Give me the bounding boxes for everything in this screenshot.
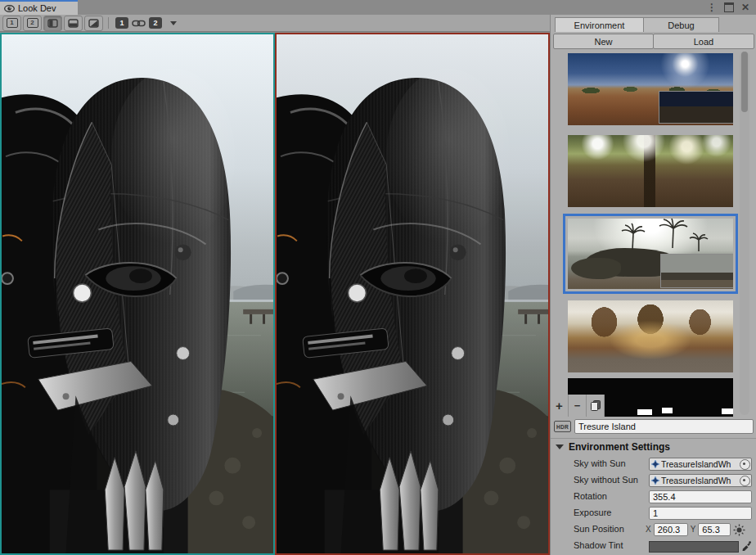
window-controls: ⋮ ✕ (707, 0, 749, 15)
row-shadow-tint: Shadow Tint (551, 539, 756, 553)
camera-dropdown-icon[interactable] (170, 21, 177, 25)
hdri-thumbnail-treasure-island-selected[interactable] (568, 219, 733, 289)
lookdev-window: Look Dev ⋮ ✕ 1 2 (0, 0, 756, 555)
toolbar-separator (108, 17, 109, 29)
hdri-inset-preview (660, 254, 733, 288)
foldout-arrow-icon (556, 444, 564, 449)
single-view-1-button[interactable]: 1 (2, 16, 21, 31)
hdri-thumbnail-church[interactable] (568, 300, 733, 372)
cubemap-icon (651, 476, 659, 485)
single-view-2-button[interactable]: 2 (23, 16, 42, 31)
sun-position-x-field[interactable]: 260.3 (654, 523, 688, 536)
night-highlight (637, 409, 652, 415)
object-picker-icon[interactable] (740, 459, 750, 470)
split-view-button[interactable] (64, 16, 83, 31)
cubemap-icon (651, 460, 659, 468)
camera-1-badge[interactable]: 1 (115, 17, 128, 29)
title-bar: Look Dev ⋮ ✕ (0, 0, 756, 15)
environment-settings-foldout[interactable]: Environment Settings (556, 441, 670, 453)
tab-debug[interactable]: Debug (643, 17, 719, 32)
night-highlight (722, 408, 733, 414)
hdri-thumbnail-forest[interactable] (568, 135, 733, 207)
shadow-tint-color-swatch[interactable] (649, 541, 739, 553)
maximize-icon[interactable] (724, 2, 734, 12)
sun-position-y-field[interactable]: 65.3 (698, 523, 731, 536)
window-menu-icon[interactable]: ⋮ (707, 0, 717, 15)
separator (551, 438, 756, 439)
close-icon[interactable]: ✕ (741, 0, 749, 15)
eye-icon (4, 5, 15, 12)
render-view-1[interactable] (0, 33, 275, 555)
row-sky-without-sun: Sky without Sun TreasureIslandWh (551, 473, 756, 488)
robot-head-render-2 (277, 34, 548, 553)
lookdev-toolbar: 1 2 1 (0, 15, 550, 32)
hdri-list-toolbar: + − (551, 395, 605, 417)
add-hdri-button[interactable]: + (551, 395, 569, 417)
camera-2-badge[interactable]: 2 (149, 17, 162, 29)
hdr-name-row: HDR Tresure Island (554, 419, 754, 434)
duplicate-hdri-button[interactable] (587, 395, 605, 417)
hdri-thumbnail-desert[interactable] (568, 53, 733, 125)
environment-panel: Environment Debug New Load (550, 15, 756, 555)
new-environment-button[interactable]: New (553, 34, 654, 49)
hdr-badge-icon: HDR (554, 421, 571, 432)
render-view-2[interactable] (275, 33, 550, 555)
sky-without-sun-object-field[interactable]: TreasureIslandWh (649, 474, 752, 487)
sky-with-sun-object-field[interactable]: TreasureIslandWh (649, 458, 752, 471)
split-diagonal-icon (88, 19, 99, 28)
eyedropper-icon[interactable] (741, 540, 752, 551)
hdri-inset-preview (659, 91, 733, 124)
link-cameras-icon[interactable] (132, 19, 146, 28)
object-picker-icon[interactable] (740, 476, 750, 486)
split-horizontal-icon (68, 19, 79, 28)
sun-picker-icon[interactable] (733, 524, 745, 536)
hdr-name-field[interactable]: Tresure Island (574, 419, 754, 434)
thumbnail-scrollbar-thumb[interactable] (741, 52, 748, 112)
night-highlight (662, 408, 673, 413)
tab-look-dev[interactable]: Look Dev (0, 0, 78, 15)
remove-hdri-button[interactable]: − (569, 395, 587, 417)
window-title: Look Dev (18, 3, 56, 13)
row-exposure: Exposure 1 (551, 506, 756, 521)
rotation-field[interactable]: 355.4 (649, 490, 752, 503)
load-environment-button[interactable]: Load (653, 34, 754, 49)
tab-environment[interactable]: Environment (555, 17, 644, 32)
row-rotation: Rotation 355.4 (551, 490, 756, 504)
row-sun-position: Sun Position X 260.3 Y 65.3 (551, 522, 756, 537)
duplicate-icon (591, 400, 601, 411)
row-sky-with-sun: Sky with Sun TreasureIslandWh (551, 457, 756, 472)
exposure-field[interactable]: 1 (649, 507, 752, 520)
split-vertical-icon (47, 19, 58, 28)
zone-view-button[interactable] (84, 16, 103, 31)
side-by-side-view-button[interactable] (43, 16, 62, 31)
robot-head-render-1 (2, 34, 273, 553)
